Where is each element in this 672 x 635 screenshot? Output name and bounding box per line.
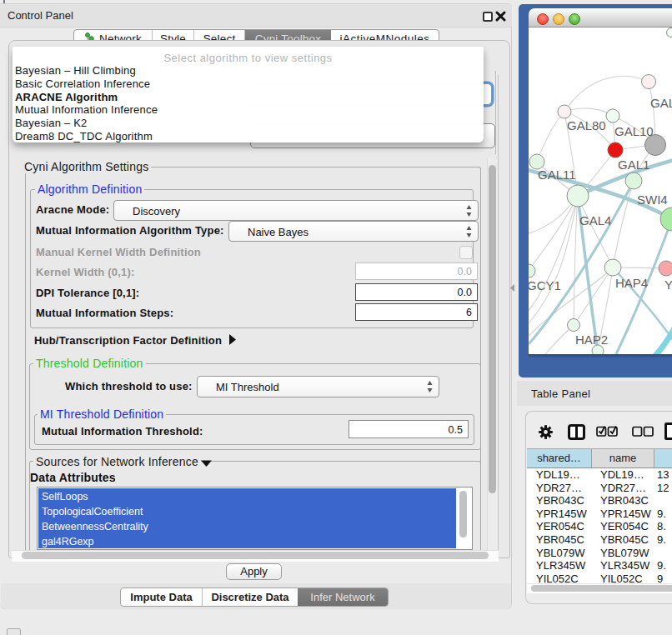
svg-text:GAL: GAL [650,96,672,110]
svg-text:Y: Y [664,278,672,292]
svg-text:GAL1: GAL1 [618,158,649,172]
svg-text:GAL80: GAL80 [567,118,606,132]
svg-text:SWI4: SWI4 [637,192,668,207]
svg-text:GCY1: GCY1 [529,278,561,292]
svg-text:HAP4: HAP4 [615,276,648,290]
svg-text:GAL11: GAL11 [538,168,576,182]
svg-text:GAL10: GAL10 [614,124,654,138]
svg-text:GAL4: GAL4 [579,213,611,228]
svg-text:HAP2: HAP2 [575,332,608,347]
